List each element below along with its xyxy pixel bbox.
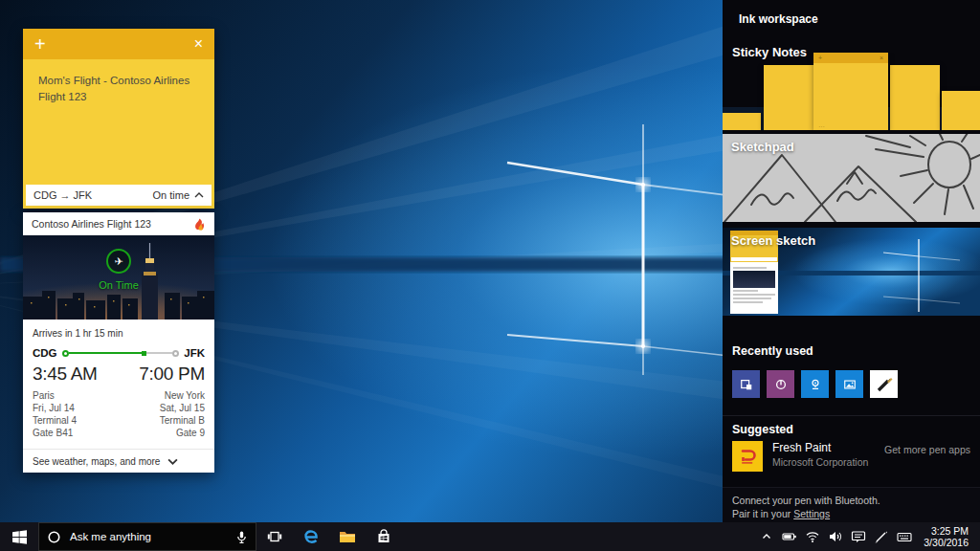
- sticky-notes-section-label: Sticky Notes: [732, 45, 807, 59]
- close-note-icon[interactable]: ×: [194, 36, 203, 52]
- recent-app-tile-4[interactable]: [835, 370, 863, 398]
- chevron-down-icon: [167, 458, 178, 465]
- mini-sticky-note: [942, 91, 980, 130]
- sketchpad-preview[interactable]: Sketchpad: [723, 134, 980, 222]
- arrival-code: JFK: [184, 347, 205, 359]
- chevron-up-icon[interactable]: [194, 192, 204, 198]
- mini-add-icon: +: [818, 55, 822, 61]
- suggested-label: Suggested: [732, 423, 793, 436]
- flight-card-header: Contoso Airlines Flight 123: [23, 212, 214, 235]
- battery-status[interactable]: [778, 522, 801, 551]
- clock-time: 3:25 PM: [924, 525, 969, 537]
- recent-app-tile-3[interactable]: [801, 370, 829, 398]
- get-more-pen-apps-link[interactable]: Get more pen apps: [884, 444, 970, 455]
- mini-close-icon: ×: [880, 55, 883, 61]
- edge-icon: [302, 528, 320, 545]
- panel-title: Ink workspace: [739, 12, 818, 26]
- touch-keyboard-button[interactable]: [893, 522, 916, 551]
- cortana-search-box[interactable]: Ask me anything: [38, 522, 256, 551]
- desktop: + × Mom's Flight - Contoso Airlines Flig…: [0, 0, 980, 551]
- sketchpad-label: Sketchpad: [731, 140, 794, 154]
- mini-sticky-note: [764, 65, 814, 130]
- screen-sketch-preview[interactable]: Screen sketch: [723, 228, 980, 316]
- departure-info: Paris Fri, Jul 14 Terminal 4 Gate B41: [33, 390, 77, 438]
- flight-route: CDG → JFK: [33, 189, 92, 201]
- suggested-app-name: Fresh Paint: [772, 441, 884, 454]
- progress-elapsed: [69, 352, 142, 354]
- cortana-icon: [47, 530, 61, 544]
- clock-date: 3/30/2016: [924, 537, 969, 548]
- mini-sticky-note: [890, 65, 940, 130]
- edge-browser-button[interactable]: [293, 522, 329, 551]
- pen-icon: [874, 530, 889, 543]
- recently-used-label: Recently used: [732, 344, 813, 358]
- suggested-app-row[interactable]: Fresh Paint Microsoft Corporation Get mo…: [732, 441, 970, 472]
- arrival-city: New York: [160, 390, 205, 401]
- action-center-button[interactable]: [847, 522, 870, 551]
- store-bag-icon: [376, 529, 391, 544]
- ink-workspace-button[interactable]: [870, 522, 893, 551]
- departure-gate: Gate B41: [33, 428, 77, 438]
- ink-workspace-panel: Ink workspace Sticky Notes + × … Sketchp…: [723, 0, 980, 522]
- departure-time: 3:45 AM: [33, 364, 98, 385]
- progress-end-dot: [172, 350, 179, 357]
- start-button[interactable]: [0, 522, 38, 551]
- flight-card[interactable]: Contoso Airlines Flight 123: [23, 212, 214, 473]
- circle-badge-app-icon: [774, 378, 788, 391]
- sticky-note[interactable]: + × Mom's Flight - Contoso Airlines Flig…: [23, 29, 214, 209]
- recently-used-apps: [732, 370, 898, 398]
- task-view-icon: [267, 529, 282, 544]
- settings-link[interactable]: Settings: [793, 508, 830, 519]
- network-status[interactable]: [801, 522, 824, 551]
- mini-sticky-note: [723, 113, 761, 130]
- recent-app-tile-2[interactable]: [767, 370, 794, 398]
- insights-flame-icon: [193, 218, 206, 231]
- flight-insight-bar[interactable]: CDG → JFK On time: [23, 182, 214, 209]
- folder-icon: [339, 529, 356, 544]
- sticky-note-text: Mom's Flight - Contoso Airlines Flight 1…: [38, 73, 199, 106]
- arrival-terminal: Terminal B: [160, 415, 205, 426]
- search-input[interactable]: Ask me anything: [70, 531, 227, 542]
- mini-sticky-note-front: + × …: [813, 53, 888, 130]
- arrival-gate: Gate 9: [160, 428, 205, 438]
- flight-details: Arrives in 1 hr 15 min CDG JFK 3:45 AM 7…: [23, 320, 214, 442]
- pen-hint-line2: Pair it in your: [732, 508, 791, 519]
- tray-expand-button[interactable]: [755, 522, 778, 551]
- taskbar: Ask me anything: [0, 522, 980, 551]
- fountain-pen-app-icon: [874, 374, 895, 395]
- add-note-icon[interactable]: +: [34, 34, 46, 54]
- photo-app-icon: [843, 378, 857, 391]
- progress-start-dot: [62, 350, 69, 357]
- departure-date: Fri, Jul 14: [33, 403, 77, 413]
- webcam-app-icon: [809, 378, 822, 391]
- system-tray: 3:25 PM 3/30/2016: [755, 522, 980, 551]
- sticky-note-header: + ×: [23, 29, 214, 59]
- flight-status: On time: [152, 189, 189, 201]
- microphone-icon[interactable]: [235, 530, 248, 544]
- keyboard-icon: [897, 530, 912, 543]
- recent-app-tile-1[interactable]: [732, 370, 760, 398]
- arrival-note: Arrives in 1 hr 15 min: [33, 328, 205, 339]
- see-more-link[interactable]: See weather, maps, and more: [23, 449, 214, 473]
- volume-control[interactable]: [824, 522, 847, 551]
- flight-progress: CDG JFK: [33, 347, 205, 359]
- clock[interactable]: 3:25 PM 3/30/2016: [916, 525, 974, 548]
- task-view-button[interactable]: [256, 522, 293, 551]
- arrival-info: New York Sat, Jul 15 Terminal B Gate 9: [160, 390, 205, 438]
- arrival-date: Sat, Jul 15: [160, 403, 205, 413]
- recent-app-tile-5[interactable]: [870, 370, 898, 398]
- mini-ellipsis-icon: …: [818, 121, 825, 128]
- departure-terminal: Terminal 4: [33, 415, 77, 426]
- suggested-app-publisher: Microsoft Corporation: [772, 456, 884, 468]
- departure-city: Paris: [33, 390, 77, 401]
- store-button[interactable]: [366, 522, 402, 551]
- fresh-paint-icon: [732, 441, 763, 472]
- departure-code: CDG: [33, 347, 57, 359]
- file-explorer-button[interactable]: [329, 522, 366, 551]
- see-more-label: See weather, maps, and more: [33, 456, 160, 467]
- sticky-note-body[interactable]: Mom's Flight - Contoso Airlines Flight 1…: [23, 59, 214, 182]
- progress-remaining: [146, 352, 173, 354]
- flight-status-overlay: On Time: [23, 279, 214, 291]
- sticky-notes-preview[interactable]: + × …: [723, 53, 980, 130]
- chevron-up-icon: [761, 531, 772, 542]
